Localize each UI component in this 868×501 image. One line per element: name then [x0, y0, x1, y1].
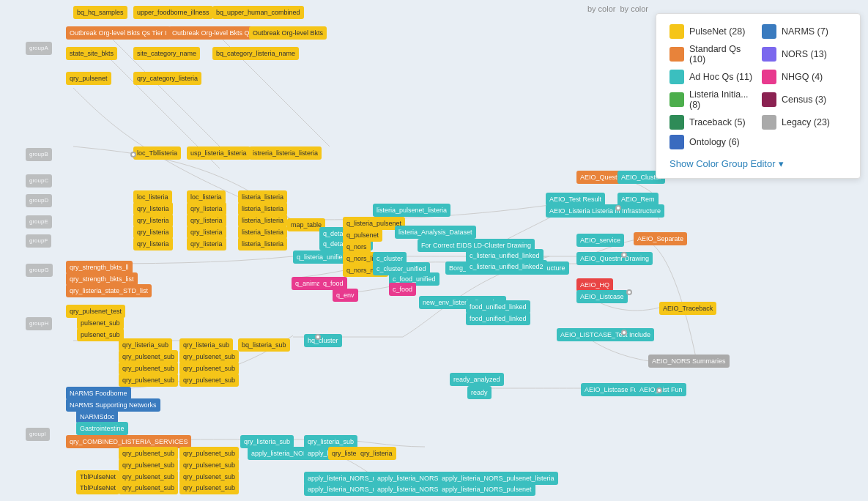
left-label-2: groupB	[26, 148, 52, 161]
left-label-5: groupE	[26, 215, 52, 229]
left-label-8: groupH	[26, 317, 52, 330]
legend-label-standard-qs: Standard Qs (10)	[689, 44, 754, 64]
legend-grid: PulseNet (28) NARMS (7) Standard Qs (10)…	[669, 24, 847, 149]
node-sub-r4c2[interactable]: qry_pulsenet_sub	[179, 374, 239, 387]
node-bq-hq-samples[interactable]: bq_hq_samples	[73, 6, 127, 19]
node-outbreak-tier1[interactable]: Outbreak Org-level Bkts Qs Tier I	[66, 26, 171, 40]
node-istreria[interactable]: istreria_listeria_listeria	[249, 146, 322, 160]
node-pulsenet-sub-b8[interactable]: qry_pulsenet_sub	[179, 481, 239, 494]
node-aeio-nors-summaries[interactable]: AEIO_NORS Summaries	[648, 355, 730, 368]
node-qry-cat-listeria[interactable]: qry_category_listeria	[133, 72, 201, 85]
legend-swatch-census	[762, 92, 776, 107]
legend-item-standard-qs[interactable]: Standard Qs (10)	[669, 44, 754, 64]
legend-label-listeria: Listeria Initia... (8)	[689, 89, 754, 110]
node-aeio-rem[interactable]: AEIO_Rem	[617, 193, 659, 206]
legend-swatch-narms	[762, 24, 776, 39]
left-label-4: groupD	[26, 194, 52, 207]
node-pulsenet-sub-b7[interactable]: qry_pulsenet_sub	[119, 481, 178, 494]
node-aeio-listcase-test[interactable]: AEIO_LISTCASE_Test Include	[557, 328, 654, 341]
node-aeio-separate[interactable]: AEIO_Separate	[634, 232, 687, 245]
node-listeria-pulsenet[interactable]: listeria_pulsenet_listeria	[373, 204, 450, 217]
node-c-food[interactable]: c_food	[389, 283, 416, 296]
legend-label-nors: NORS (13)	[782, 49, 827, 59]
sort-by-color-1[interactable]: by color	[587, 4, 616, 13]
node-outbreak-bkts[interactable]: Outbreak Org-level Bkts	[249, 26, 327, 40]
legend-swatch-ontology	[669, 135, 684, 149]
node-aeio-questnr-drawing[interactable]: AEIO_Questnr Drawing	[576, 252, 653, 265]
legend-item-ontology[interactable]: Ontology (6)	[669, 135, 754, 149]
node-ready[interactable]: ready	[467, 386, 492, 399]
sort-by-color-2[interactable]: by color	[620, 4, 648, 13]
node-aeio-service[interactable]: AEIO_service	[576, 234, 624, 247]
legend-label-nhgq: NHGQ (4)	[782, 72, 823, 82]
node-qry-listeria-b3[interactable]: qry_listeria	[357, 447, 396, 460]
legend-label-traceback: Traceback (5)	[689, 117, 746, 127]
node-ready-analyzed[interactable]: ready_analyzed	[450, 373, 504, 386]
legend-item-listeria[interactable]: Listeria Initia... (8)	[669, 89, 754, 110]
node-tblpulsenet-2[interactable]: TblPulseNet	[76, 481, 119, 494]
legend-label-pulsenet: PulseNet (28)	[689, 26, 745, 37]
node-bq-upper-human[interactable]: bq_upper_human_combined	[212, 6, 304, 19]
node-q-env[interactable]: q_env	[333, 289, 358, 302]
legend-item-adhoc-qs[interactable]: Ad Hoc Qs (11)	[669, 70, 754, 84]
node-food-linked2[interactable]: food_unified_linked	[466, 312, 530, 325]
legend-swatch-traceback	[669, 115, 684, 130]
node-strength-3[interactable]: qry_listeria_state_STD_list	[66, 284, 152, 297]
node-aeio-traceback[interactable]: AEIO_Traceback	[659, 302, 716, 315]
legend-label-narms: NARMS (7)	[782, 26, 828, 37]
legend-swatch-listeria	[669, 92, 684, 107]
node-qry-pulsenet[interactable]: qry_pulsenet	[66, 72, 111, 85]
left-label-9: groupI	[26, 428, 50, 441]
legend-label-legacy: Legacy (23)	[782, 117, 830, 127]
legend-item-nors[interactable]: NORS (13)	[762, 44, 847, 64]
node-gastrointestine[interactable]: Gastrointestine	[76, 422, 128, 435]
legend-swatch-nors	[762, 47, 776, 62]
node-state-site-bkts[interactable]: state_site_bkts	[66, 47, 117, 60]
node-qry-r5c1[interactable]: qry_listeria	[133, 237, 173, 250]
show-color-editor-label: Show Color Group Editor	[669, 158, 776, 169]
left-label-6: groupF	[26, 234, 51, 248]
node-bq-cat-listeria[interactable]: bq_category_listeria_name	[212, 47, 299, 60]
legend-item-pulsenet[interactable]: PulseNet (28)	[669, 24, 754, 39]
dropdown-icon: ▾	[779, 158, 784, 169]
show-color-group-editor-button[interactable]: Show Color Group Editor ▾	[669, 157, 784, 171]
legend-item-traceback[interactable]: Traceback (5)	[669, 115, 754, 130]
legend-swatch-pulsenet	[669, 24, 684, 39]
legend-swatch-adhoc-qs	[669, 70, 684, 84]
left-label-1: groupA	[26, 42, 52, 55]
node-qry-r5c3[interactable]: listeria_listeria	[238, 237, 287, 250]
left-label-7: groupG	[26, 264, 53, 277]
node-qry-r5c2[interactable]: qry_listeria	[187, 237, 226, 250]
legend-swatch-legacy	[762, 115, 776, 130]
node-upper-foodborne[interactable]: upper_foodborne_illness	[133, 6, 213, 19]
node-aeio-listeria-infra[interactable]: AEIO_Listeria Listeria in Infrastructure	[546, 204, 664, 218]
node-loc-tbl[interactable]: loc_Tbllisteria	[133, 146, 181, 160]
legend-swatch-standard-qs	[669, 47, 684, 62]
node-site-cat[interactable]: site_category_name	[133, 47, 200, 60]
legend-item-census[interactable]: Census (3)	[762, 89, 847, 110]
legend-item-nhgq[interactable]: NHGQ (4)	[762, 70, 847, 84]
node-sub-r1c3[interactable]: bq_listeria_sub	[238, 338, 290, 352]
legend-label-census: Census (3)	[782, 94, 826, 105]
legend-item-narms[interactable]: NARMS (7)	[762, 24, 847, 39]
node-c-listeria-linked2[interactable]: c_listeria_unified_linked2	[466, 260, 547, 273]
legend-panel: PulseNet (28) NARMS (7) Standard Qs (10)…	[656, 13, 861, 179]
node-aeio-listcase[interactable]: AEIO_Listcase	[576, 290, 628, 303]
node-q-listeria-unified[interactable]: q_listeria_unified	[293, 250, 350, 264]
left-label-3: groupC	[26, 174, 52, 188]
legend-label-ontology: Ontology (6)	[689, 137, 740, 147]
legend-item-legacy[interactable]: Legacy (23)	[762, 115, 847, 130]
node-usp-listeria[interactable]: usp_listeria_listeria	[187, 146, 251, 160]
legend-swatch-nhgq	[762, 70, 776, 84]
node-sub-r4c1[interactable]: qry_pulsenet_sub	[119, 374, 178, 387]
legend-label-adhoc-qs: Ad Hoc Qs (11)	[689, 72, 752, 82]
sort-labels: by color by color	[587, 4, 648, 13]
node-apply-6[interactable]: apply_listeria_NORS_pulsenet	[438, 483, 535, 496]
node-hq-cluster[interactable]: hq_cluster	[304, 334, 342, 347]
node-listeria-analysis[interactable]: listeria_Analysis_Dataset	[395, 226, 476, 239]
node-pulsenet-sub2[interactable]: pulsenet_sub	[77, 328, 124, 341]
